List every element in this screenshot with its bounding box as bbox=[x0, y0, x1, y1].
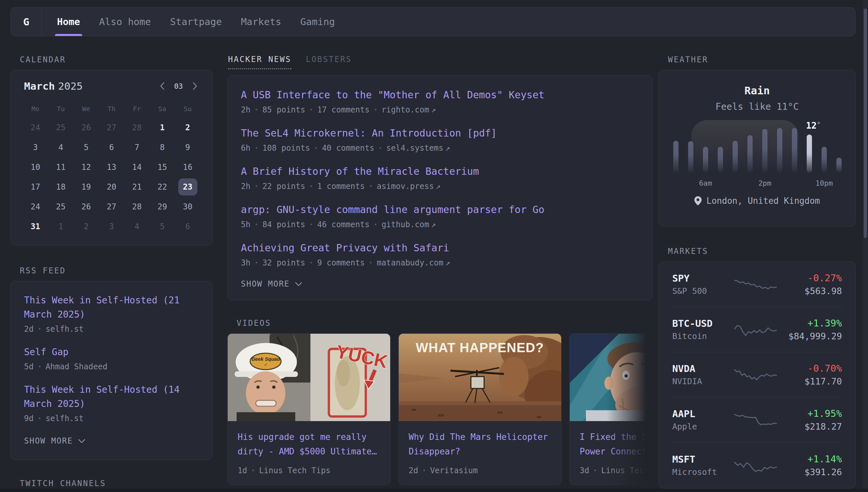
calendar-day-cell[interactable]: 23 bbox=[175, 177, 200, 197]
calendar-day-cell[interactable]: 26 bbox=[74, 118, 99, 138]
calendar-day-cell[interactable]: 20 bbox=[99, 177, 124, 197]
news-item-title[interactable]: A USB Interface to the "Mother of All De… bbox=[241, 88, 639, 102]
calendar-day-cell[interactable]: 3 bbox=[23, 138, 48, 157]
calendar-day-cell[interactable]: 13 bbox=[99, 157, 124, 177]
video-title[interactable]: Power Connect bbox=[580, 444, 653, 459]
nav-tab-startpage[interactable]: Startpage bbox=[170, 7, 222, 36]
market-price: $391.26 bbox=[778, 467, 842, 477]
news-item-source[interactable]: sel4.systems↗ bbox=[386, 144, 450, 153]
market-row-btc-usd[interactable]: BTC-USDBitcoin+1.39%$84,999.29 bbox=[672, 307, 842, 352]
market-change: -0.70% bbox=[778, 363, 842, 374]
calendar-day-cell[interactable]: 9 bbox=[175, 138, 200, 157]
rss-show-more-button[interactable]: SHOW MORE bbox=[24, 436, 85, 445]
news-item-source[interactable]: github.com↗ bbox=[382, 220, 436, 229]
calendar-day-cell[interactable]: 26 bbox=[74, 197, 99, 217]
video-title[interactable]: I Fixed the 5 bbox=[580, 430, 653, 444]
news-item-source[interactable]: righto.com↗ bbox=[382, 105, 436, 115]
news-item-title[interactable]: A Brief History of the Miracle Bacterium bbox=[241, 165, 639, 178]
nav-tab-also-home[interactable]: Also home bbox=[99, 7, 151, 36]
news-item-title[interactable]: The SeL4 Microkernel: An Introduction [p… bbox=[241, 126, 639, 140]
calendar-day-cell[interactable]: 2 bbox=[175, 118, 200, 138]
market-row-msft[interactable]: MSFTMicrosoft+1.14%$391.26 bbox=[672, 443, 842, 488]
calendar-day-cell[interactable]: 27 bbox=[99, 197, 124, 217]
market-symbol: SPY bbox=[672, 273, 733, 284]
calendar-day-cell[interactable]: 3 bbox=[99, 217, 124, 237]
calendar-day-cell[interactable]: 22 bbox=[150, 177, 175, 197]
nav-tab-home[interactable]: Home bbox=[57, 7, 80, 36]
scrollbar-thumb[interactable] bbox=[864, 8, 867, 238]
calendar-day-cell[interactable]: 25 bbox=[48, 118, 74, 138]
nav-tab-gaming[interactable]: Gaming bbox=[300, 7, 335, 36]
news-item-source[interactable]: matanabudy.com↗ bbox=[377, 258, 450, 267]
video-thumbnail[interactable]: DO T T bbox=[570, 334, 653, 421]
video-channel[interactable]: Linus Tec bbox=[601, 466, 644, 475]
calendar-day-cell[interactable]: 7 bbox=[124, 138, 150, 157]
calendar-day-cell[interactable]: 4 bbox=[124, 217, 150, 237]
calendar-day-cell[interactable]: 6 bbox=[99, 138, 124, 157]
calendar-day-cell[interactable]: 18 bbox=[48, 177, 74, 197]
video-card[interactable]: DO T T I Fixed the 5Power Connect3d•Linu… bbox=[570, 334, 653, 485]
chevron-left-icon bbox=[159, 82, 165, 90]
calendar-day-cell[interactable]: 29 bbox=[150, 197, 175, 217]
calendar-day-cell[interactable]: 6 bbox=[175, 217, 200, 237]
market-row-aapl[interactable]: AAPLApple+1.95%$218.27 bbox=[672, 397, 842, 443]
video-card[interactable]: Geek Squad ✓ YUCK His upgrade got me rea… bbox=[227, 334, 391, 485]
video-title[interactable]: Why Did The Mars Helicopter bbox=[409, 430, 551, 444]
calendar-day-cell[interactable]: 27 bbox=[99, 118, 124, 138]
rss-item-title[interactable]: This Week in Self-Hosted (14 March 2025) bbox=[24, 383, 199, 411]
news-show-more-button[interactable]: SHOW MORE bbox=[241, 279, 302, 289]
calendar-day-cell[interactable]: 1 bbox=[48, 217, 74, 237]
rss-item-time: 2d bbox=[24, 324, 34, 334]
calendar-day-cell[interactable]: 24 bbox=[23, 197, 48, 217]
video-thumbnail[interactable]: Geek Squad ✓ YUCK bbox=[228, 334, 390, 421]
calendar-day-cell[interactable]: 28 bbox=[124, 118, 150, 138]
app-logo[interactable]: G bbox=[11, 7, 42, 36]
news-tab-hacker-news[interactable]: HACKER NEWS bbox=[228, 55, 291, 69]
calendar-next-button[interactable] bbox=[191, 80, 199, 92]
nav-tab-markets[interactable]: Markets bbox=[241, 7, 281, 36]
calendar-day-cell[interactable]: 30 bbox=[175, 197, 200, 217]
market-values-block: -0.70%$117.70 bbox=[778, 363, 842, 387]
calendar-day-cell[interactable]: 15 bbox=[150, 157, 175, 177]
rss-item-title[interactable]: This Week in Self-Hosted (21 March 2025) bbox=[24, 293, 199, 321]
news-item-source[interactable]: asimov.press↗ bbox=[377, 182, 441, 191]
market-row-nvda[interactable]: NVDANVIDIA-0.70%$117.70 bbox=[672, 352, 842, 397]
calendar-day-cell[interactable]: 2 bbox=[74, 217, 99, 237]
calendar-day-cell[interactable]: 28 bbox=[124, 197, 150, 217]
news-item-title[interactable]: argp: GNU-style command line argument pa… bbox=[241, 203, 639, 217]
calendar-day-cell[interactable]: 4 bbox=[48, 138, 74, 157]
scrollbar-track[interactable] bbox=[863, 0, 868, 492]
video-thumbnail[interactable]: WHAT HAPPENED? bbox=[399, 334, 561, 421]
calendar-day-cell[interactable]: 8 bbox=[150, 138, 175, 157]
market-ticker-block: SPYS&P 500 bbox=[672, 273, 733, 296]
video-card[interactable]: WHAT HAPPENED? Why Did The Mars Helicopt… bbox=[398, 334, 561, 485]
news-item: argp: GNU-style command line argument pa… bbox=[241, 203, 639, 229]
calendar-day-cell[interactable]: 31 bbox=[23, 217, 48, 237]
video-channel[interactable]: Linus Tech Tips bbox=[259, 466, 331, 475]
video-title[interactable]: Disappear? bbox=[409, 444, 551, 459]
calendar-day-cell[interactable]: 1 bbox=[150, 118, 175, 138]
weather-location-row[interactable]: London, United Kingdom bbox=[671, 196, 843, 206]
calendar-day-cell[interactable]: 11 bbox=[48, 157, 74, 177]
calendar-day-cell[interactable]: 17 bbox=[23, 177, 48, 197]
calendar-day-cell[interactable]: 5 bbox=[74, 138, 99, 157]
news-item-title[interactable]: Achieving Great Privacy with Safari bbox=[241, 241, 639, 255]
video-title[interactable]: His upgrade got me really bbox=[238, 430, 380, 444]
calendar-day-cell[interactable]: 25 bbox=[48, 197, 74, 217]
calendar-day-cell[interactable]: 14 bbox=[124, 157, 150, 177]
calendar-day-cell[interactable]: 12 bbox=[74, 157, 99, 177]
calendar-day-cell[interactable]: 16 bbox=[175, 157, 200, 177]
video-title[interactable]: dirty - AMD $5000 Ultimate… bbox=[238, 444, 380, 459]
calendar-day-cell[interactable]: 24 bbox=[23, 118, 48, 138]
calendar-day-cell[interactable]: 19 bbox=[74, 177, 99, 197]
calendar-day-cell[interactable]: 10 bbox=[23, 157, 48, 177]
video-channel[interactable]: Veritasium bbox=[430, 466, 478, 475]
news-tab-lobsters[interactable]: LOBSTERS bbox=[306, 55, 352, 64]
calendar-prev-button[interactable] bbox=[158, 80, 166, 92]
rss-item-title[interactable]: Self Gap bbox=[24, 345, 199, 359]
calendar-day-cell[interactable]: 5 bbox=[150, 217, 175, 237]
market-symbol: NVDA bbox=[672, 363, 733, 374]
market-row-spy[interactable]: SPYS&P 500-0.27%$563.98 bbox=[672, 262, 842, 307]
calendar-day-cell[interactable]: 21 bbox=[124, 177, 150, 197]
calendar-nav: 03 bbox=[158, 80, 200, 92]
